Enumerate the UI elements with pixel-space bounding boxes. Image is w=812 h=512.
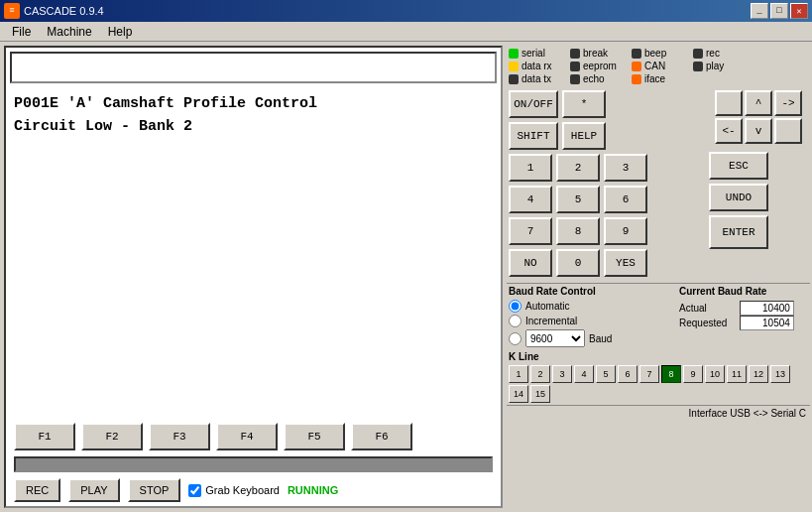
fkey-f4[interactable]: F4	[216, 423, 278, 450]
fkey-f2[interactable]: F2	[81, 423, 143, 450]
grab-keyboard-label: Grab Keyboard	[205, 484, 280, 496]
close-button[interactable]: ✕	[790, 3, 808, 19]
menu-file[interactable]: File	[4, 23, 39, 41]
fkeys-row: F1 F2 F3 F4 F5 F6	[6, 419, 501, 454]
kp-help[interactable]: HELP	[562, 122, 606, 150]
kp-9[interactable]: 9	[604, 217, 647, 245]
kp-shift[interactable]: SHIFT	[509, 122, 558, 150]
kline-buttons: 1 2 3 4 5 6 7 8 9 10 11 12 13 14 15	[509, 365, 808, 403]
kline-btn-1[interactable]: 1	[509, 365, 528, 383]
kp-1[interactable]: 1	[509, 154, 552, 182]
interface-value: USB <-> Serial C	[730, 408, 806, 419]
kline-btn-5[interactable]: 5	[596, 365, 616, 383]
nav-left[interactable]: <-	[715, 118, 743, 144]
fkey-f3[interactable]: F3	[149, 423, 210, 450]
nav-right[interactable]: ->	[774, 90, 802, 116]
text-input[interactable]	[12, 54, 495, 81]
radio-automatic-label: Automatic	[525, 301, 569, 312]
kline-btn-7[interactable]: 7	[639, 365, 659, 383]
minimize-button[interactable]: _	[751, 3, 768, 19]
enter-button[interactable]: ENTER	[709, 215, 768, 249]
datatx-label: data tx	[522, 73, 551, 84]
beep-dot	[632, 49, 641, 59]
baud-select[interactable]: 9600	[525, 329, 585, 347]
radio-incremental-label: Incremental	[525, 316, 577, 326]
app-icon: ≡	[4, 3, 20, 19]
break-dot	[570, 49, 580, 59]
menu-machine[interactable]: Machine	[39, 23, 99, 41]
fkey-f1[interactable]: F1	[14, 423, 75, 450]
kline-btn-3[interactable]: 3	[552, 365, 572, 383]
rec-button[interactable]: REC	[14, 478, 60, 502]
kline-btn-14[interactable]: 14	[509, 385, 528, 403]
radio-incremental-input[interactable]	[509, 315, 522, 327]
kp-onoff[interactable]: ON/OFF	[509, 90, 558, 118]
eeprom-label: eeprom	[583, 61, 617, 71]
fkey-f6[interactable]: F6	[351, 423, 412, 450]
kline-btn-2[interactable]: 2	[530, 365, 550, 383]
actual-label: Actual	[679, 301, 740, 316]
kp-6[interactable]: 6	[604, 186, 647, 213]
kp-yes[interactable]: YES	[604, 249, 647, 277]
kp-row2: SHIFT HELP	[509, 122, 705, 150]
left-panel: P001E 'A' Camshaft Profile Control Circu…	[4, 46, 503, 508]
nav-row-top: ^ ->	[715, 90, 802, 116]
kp-4[interactable]: 4	[509, 186, 552, 213]
esc-button[interactable]: ESC	[709, 152, 768, 180]
title-bar: ≡ CASCADE 0.9.4 _ □ ✕	[0, 0, 812, 22]
kline-section: K Line 1 2 3 4 5 6 7 8 9 10 11 12 13 14 …	[507, 349, 810, 405]
datatx-dot	[509, 74, 519, 84]
kp-row6: NO 0 YES	[509, 249, 705, 277]
kp-0[interactable]: 0	[556, 249, 600, 277]
grab-keyboard-checkbox[interactable]	[188, 484, 201, 497]
radio-9600-input[interactable]	[509, 332, 522, 345]
nav-up[interactable]: ^	[745, 90, 772, 116]
kline-btn-9[interactable]: 9	[683, 365, 703, 383]
kp-3[interactable]: 3	[604, 154, 647, 182]
code-display: P001E 'A' Camshaft Profile Control Circu…	[6, 85, 501, 419]
kline-btn-10[interactable]: 10	[705, 365, 725, 383]
menu-help[interactable]: Help	[100, 23, 141, 41]
kline-btn-12[interactable]: 12	[749, 365, 768, 383]
requested-label: Requested	[679, 316, 740, 330]
play-button[interactable]: PLAY	[68, 478, 119, 502]
baud-control-title: Baud Rate Control	[509, 286, 673, 297]
kline-title: K Line	[509, 351, 808, 362]
baud-section: Baud Rate Control Automatic Incremental …	[507, 283, 810, 349]
stop-button[interactable]: STOP	[128, 478, 181, 502]
radio-automatic-input[interactable]	[509, 300, 522, 313]
baud-table: Actual 10400 Requested 10504	[679, 301, 808, 330]
echo-dot	[570, 74, 580, 84]
keypad-section: ON/OFF * SHIFT HELP 1 2 3 4 5 6	[507, 88, 810, 283]
kline-btn-6[interactable]: 6	[618, 365, 638, 383]
kline-btn-4[interactable]: 4	[574, 365, 594, 383]
kline-btn-13[interactable]: 13	[770, 365, 790, 383]
menu-bar: File Machine Help	[0, 22, 812, 42]
current-baud: Current Baud Rate Actual 10400 Requested…	[679, 286, 808, 347]
rec-label: rec	[706, 48, 720, 59]
right-panel: serial break beep rec data rx eeprom	[505, 42, 812, 512]
nav-row-mid: <- v	[715, 118, 802, 144]
kp-7[interactable]: 7	[509, 217, 552, 245]
interface-bar: Interface USB <-> Serial C	[507, 405, 810, 421]
kp-5[interactable]: 5	[556, 186, 600, 213]
fkey-f5[interactable]: F5	[284, 423, 345, 450]
code-line1: P001E 'A' Camshaft Profile Control	[14, 93, 493, 116]
play-label: play	[706, 61, 724, 71]
maximize-button[interactable]: □	[770, 3, 788, 19]
undo-button[interactable]: UNDO	[709, 184, 768, 211]
status-row: serial break beep rec data rx eeprom	[507, 44, 810, 88]
kp-row4: 4 5 6	[509, 186, 705, 213]
kp-row5: 7 8 9	[509, 217, 705, 245]
running-status: RUNNING	[288, 484, 338, 496]
kline-btn-11[interactable]: 11	[727, 365, 747, 383]
nav-down[interactable]: v	[745, 118, 772, 144]
kp-no[interactable]: NO	[509, 249, 552, 277]
kline-btn-15[interactable]: 15	[530, 385, 550, 403]
kline-btn-8[interactable]: 8	[661, 365, 681, 383]
kp-8[interactable]: 8	[556, 217, 600, 245]
baud-actual-row: Actual 10400	[679, 301, 808, 316]
kp-2[interactable]: 2	[556, 154, 600, 182]
kp-star[interactable]: *	[562, 90, 606, 118]
progress-bar	[14, 456, 493, 472]
